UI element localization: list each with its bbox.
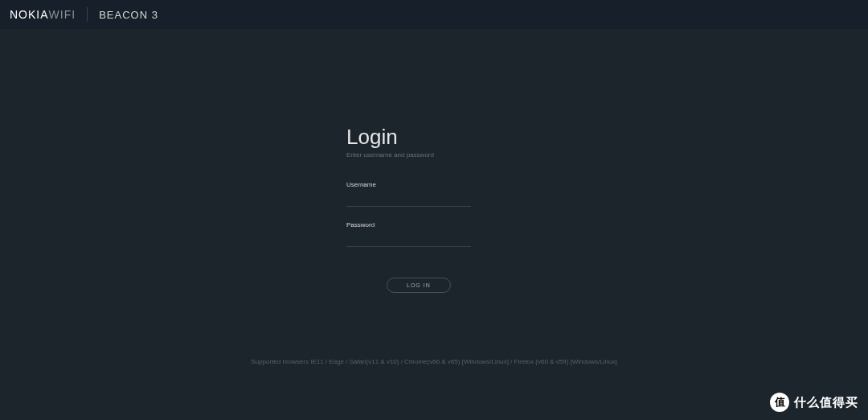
login-form: Login Enter username and password Userna… [346, 125, 507, 293]
brand-name-light: WIFI [49, 8, 76, 21]
watermark-text: 什么值得买 [794, 395, 858, 410]
password-field-group: Password [346, 221, 471, 247]
header-bar: NOKIAWIFI BEACON 3 [0, 0, 868, 29]
product-name: BEACON 3 [99, 9, 158, 21]
watermark: 值 什么值得买 [770, 393, 858, 412]
username-input[interactable] [346, 194, 471, 207]
username-label: Username [346, 181, 471, 188]
login-title: Login [346, 125, 507, 150]
username-field-group: Username [346, 181, 471, 207]
login-subtitle: Enter username and password [346, 151, 507, 159]
password-input[interactable] [346, 234, 471, 247]
login-button[interactable]: LOG IN [387, 278, 451, 293]
footer-supported-browsers: Supported browsers IE11 / Edge / Safari(… [0, 358, 868, 365]
brand-logo: NOKIAWIFI [10, 8, 76, 21]
password-label: Password [346, 221, 471, 229]
watermark-badge-icon: 值 [770, 393, 789, 412]
brand-name-bold: NOKIA [10, 8, 49, 21]
header-divider [87, 7, 88, 22]
